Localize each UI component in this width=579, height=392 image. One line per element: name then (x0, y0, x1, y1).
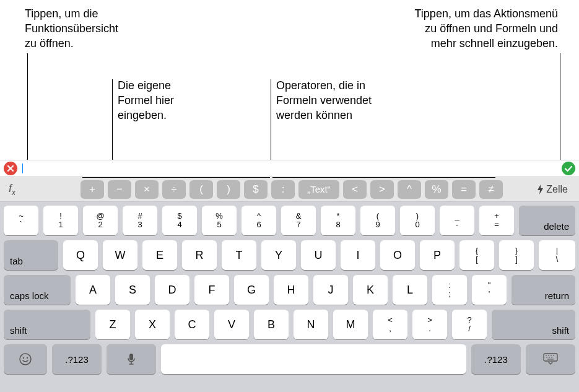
key-o[interactable]: O (380, 240, 415, 270)
bolt-icon (537, 185, 544, 194)
callout-operators: Operatoren, die in Formeln verwendet wer… (276, 78, 372, 123)
op-colon[interactable]: : (271, 180, 295, 199)
key-9[interactable]: (9 (360, 206, 395, 235)
op-gt[interactable]: > (370, 180, 394, 199)
key-z[interactable]: Z (95, 310, 130, 339)
key-shift-right[interactable]: shift (492, 310, 575, 339)
key-a[interactable]: A (76, 275, 110, 305)
key-equals[interactable]: += (479, 206, 514, 235)
op-minus[interactable]: − (108, 180, 131, 199)
key-space[interactable] (161, 344, 466, 374)
key-b[interactable]: B (254, 310, 289, 339)
op-lt[interactable]: < (343, 180, 367, 199)
key-c[interactable]: C (175, 310, 209, 339)
key-period[interactable]: >. (412, 310, 447, 339)
key-numbers-right[interactable]: .?123 (471, 344, 521, 374)
key-y[interactable]: Y (261, 240, 296, 270)
cancel-button[interactable] (4, 162, 17, 175)
leader-line (112, 79, 113, 166)
key-backslash[interactable]: |\ (539, 240, 575, 270)
key-shift-left[interactable]: shift (4, 310, 90, 339)
op-divide[interactable]: ÷ (162, 180, 186, 199)
op-times[interactable]: × (135, 180, 159, 199)
key-tab[interactable]: tab (4, 240, 58, 270)
key-t[interactable]: T (222, 240, 256, 270)
key-r[interactable]: R (182, 240, 217, 270)
key-g[interactable]: G (234, 275, 269, 305)
svg-point-2 (20, 354, 31, 365)
op-eq[interactable]: = (452, 180, 476, 199)
svg-point-4 (27, 357, 28, 359)
key-slash[interactable]: ?/ (452, 310, 487, 339)
keyboard-row-5: .?123 .?123 (4, 344, 575, 374)
key-e[interactable]: E (142, 240, 177, 270)
keyboard-row-2: tab Q W E R T Y U I O P {[ }] |\ (4, 240, 575, 270)
key-comma[interactable]: <, (373, 310, 407, 339)
svg-rect-6 (544, 354, 557, 361)
key-dictation[interactable] (107, 344, 156, 374)
key-minus[interactable]: _- (440, 206, 474, 235)
key-8[interactable]: *8 (321, 206, 355, 235)
key-quote[interactable]: "' (472, 275, 507, 305)
keyboard-row-4: shift Z X C V B N M <, >. ?/ shift (4, 310, 575, 339)
key-h[interactable]: H (274, 275, 308, 305)
key-numbers-left[interactable]: .?123 (52, 344, 102, 374)
close-icon (4, 162, 17, 175)
key-p[interactable]: P (420, 240, 455, 270)
key-n[interactable]: N (294, 310, 328, 339)
key-x[interactable]: X (135, 310, 170, 339)
key-1[interactable]: !1 (43, 206, 78, 235)
keyboard-row-1: ~` !1 @2 #3 $4 %5 ^6 &7 *8 (9 )0 _- += d… (4, 206, 575, 235)
key-semicolon[interactable]: :; (432, 275, 467, 305)
key-lbracket[interactable]: {[ (459, 240, 494, 270)
operator-strip: + − × ÷ ( ) $ : „Text“ < > ^ % = ≠ (81, 180, 527, 199)
key-d[interactable]: D (155, 275, 189, 305)
key-3[interactable]: #3 (123, 206, 157, 235)
op-rparen[interactable]: ) (217, 180, 240, 199)
key-l[interactable]: L (393, 275, 427, 305)
key-delete[interactable]: delete (519, 206, 575, 235)
op-percent[interactable]: % (425, 180, 448, 199)
key-k[interactable]: K (353, 275, 388, 305)
key-i[interactable]: I (341, 240, 375, 270)
key-dismiss-keyboard[interactable] (526, 344, 575, 374)
key-s[interactable]: S (115, 275, 150, 305)
key-rbracket[interactable]: }] (499, 240, 534, 270)
key-0[interactable]: )0 (400, 206, 435, 235)
zelle-action-button[interactable]: Zelle (531, 184, 574, 195)
key-6[interactable]: ^6 (242, 206, 276, 235)
formula-input[interactable] (22, 161, 557, 176)
key-w[interactable]: W (103, 240, 137, 270)
key-2[interactable]: @2 (83, 206, 118, 235)
key-7[interactable]: &7 (281, 206, 316, 235)
op-plus[interactable]: + (81, 180, 104, 199)
callout-formula-field: Die eigene Formel hier eingeben. (118, 78, 174, 123)
op-neq[interactable]: ≠ (479, 180, 503, 199)
callout-fx: Tippen, um die Funktionsübersicht zu öff… (25, 6, 118, 51)
op-text[interactable]: „Text“ (298, 180, 339, 199)
key-caps-lock[interactable]: caps lock (4, 275, 71, 305)
key-j[interactable]: J (313, 275, 348, 305)
fx-icon: fx (9, 182, 15, 197)
key-4[interactable]: $4 (162, 206, 197, 235)
key-v[interactable]: V (214, 310, 249, 339)
keyboard-dismiss-icon (543, 353, 558, 365)
function-browser-button[interactable]: fx (5, 178, 77, 201)
key-return[interactable]: return (512, 275, 575, 305)
callout-zelle: Tippen, um das Aktionsmenü zu öffnen und… (415, 6, 558, 51)
formula-input-row (0, 160, 579, 177)
key-f[interactable]: F (194, 275, 229, 305)
op-caret[interactable]: ^ (398, 180, 421, 199)
key-backtick[interactable]: ~` (4, 206, 38, 235)
key-q[interactable]: Q (63, 240, 98, 270)
key-m[interactable]: M (333, 310, 368, 339)
op-dollar[interactable]: $ (244, 180, 268, 199)
key-emoji[interactable] (4, 344, 47, 374)
key-5[interactable]: %5 (202, 206, 237, 235)
confirm-button[interactable] (562, 162, 575, 175)
key-u[interactable]: U (301, 240, 336, 270)
op-lparen[interactable]: ( (189, 180, 213, 199)
mic-icon (127, 353, 136, 365)
emoji-icon (19, 352, 32, 366)
bracket-line (82, 177, 270, 178)
